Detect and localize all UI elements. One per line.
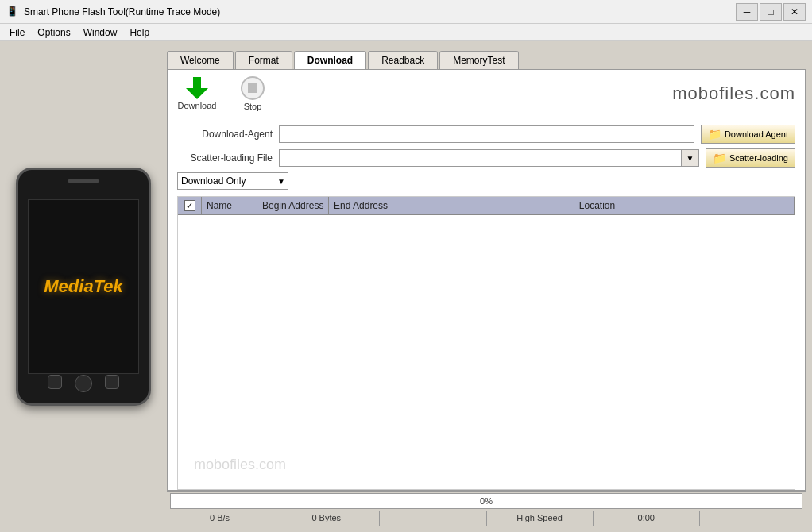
tab-welcome[interactable]: Welcome	[167, 51, 234, 69]
app-icon: 📱	[6, 6, 19, 18]
phone-body: MediaTek	[16, 168, 151, 406]
status-fields: 0 B/s 0 Bytes High Speed 0:00	[167, 511, 806, 526]
th-begin-address: Begin Address	[257, 197, 329, 214]
table-header: Name Begin Address End Address Location	[178, 197, 795, 215]
download-agent-btn-label: Download Agent	[725, 129, 788, 139]
toolbar-brand: mobofiles.com	[672, 83, 795, 104]
menu-window[interactable]: Window	[77, 25, 124, 40]
mode-row: Download Only Firmware Upgrade Custom Do…	[177, 172, 795, 190]
download-agent-input[interactable]	[279, 125, 694, 143]
scatter-dropdown-btn[interactable]: ▼	[682, 149, 699, 167]
phone-menu-button	[105, 375, 119, 389]
main-layout: MediaTek Welcome Format Download Readbac…	[0, 41, 812, 532]
form-section: Download-Agent 📁 Download Agent Scatter-…	[168, 118, 805, 196]
scatter-loading-label: Scatter-loading File	[177, 152, 273, 164]
phone-back-button	[48, 375, 62, 389]
minimize-button[interactable]: ─	[736, 3, 758, 21]
title-bar-left: 📱 Smart Phone Flash Tool(Runtime Trace M…	[6, 6, 220, 18]
status-connection	[380, 511, 486, 526]
download-agent-label: Download-Agent	[177, 129, 273, 140]
phone-home-button	[75, 375, 92, 392]
stop-label: Stop	[244, 102, 262, 111]
th-check	[178, 197, 202, 214]
close-button[interactable]: ✕	[783, 3, 806, 21]
menu-options[interactable]: Options	[31, 25, 76, 40]
stop-icon	[241, 76, 265, 100]
status-mode: High Speed	[487, 511, 594, 526]
tab-memorytest[interactable]: MemoryTest	[439, 51, 518, 69]
content-area: Download Stop mobofiles.com Downl	[167, 69, 806, 491]
status-extra	[700, 511, 806, 526]
download-label: Download	[178, 101, 217, 110]
phone-panel: MediaTek	[0, 41, 167, 532]
phone-speaker	[68, 179, 99, 183]
tab-download[interactable]: Download	[294, 51, 366, 69]
menu-help[interactable]: Help	[123, 25, 156, 40]
download-icon	[186, 77, 208, 99]
th-end-address: End Address	[329, 197, 400, 214]
tab-format[interactable]: Format	[235, 51, 292, 69]
mode-select[interactable]: Download Only Firmware Upgrade Custom Do…	[177, 172, 288, 190]
download-button[interactable]: Download	[177, 77, 217, 110]
scatter-loading-btn-label: Scatter-loading	[729, 153, 788, 163]
table-watermark: mobofiles.com	[194, 457, 286, 473]
window-title: Smart Phone Flash Tool(Runtime Trace Mod…	[24, 6, 220, 17]
scatter-loading-button[interactable]: 📁 Scatter-loading	[706, 148, 795, 168]
title-bar-controls: ─ □ ✕	[736, 3, 806, 21]
maximize-button[interactable]: □	[760, 3, 782, 21]
phone-screen: MediaTek	[28, 199, 139, 374]
stop-button[interactable]: Stop	[233, 76, 273, 111]
tab-readback[interactable]: Readback	[368, 51, 438, 69]
th-location: Location	[400, 197, 795, 214]
select-all-checkbox[interactable]	[184, 200, 195, 211]
table-container: Name Begin Address End Address Location …	[177, 196, 795, 490]
toolbar: Download Stop mobofiles.com	[168, 70, 805, 118]
scatter-loading-input[interactable]	[279, 149, 682, 167]
scatter-loading-row: Scatter-loading File ▼ 📁 Scatter-loading	[177, 148, 795, 168]
folder-icon-scatter: 📁	[713, 152, 726, 164]
menu-bar: File Options Window Help	[0, 24, 812, 41]
phone-brand: MediaTek	[44, 276, 122, 297]
progress-row: 0%	[170, 493, 802, 509]
menu-file[interactable]: File	[3, 25, 31, 40]
folder-icon: 📁	[708, 128, 721, 141]
download-agent-button[interactable]: 📁 Download Agent	[701, 125, 795, 144]
mode-select-wrapper: Download Only Firmware Upgrade Custom Do…	[177, 172, 288, 190]
scatter-input-group: ▼	[279, 149, 699, 167]
th-name: Name	[202, 197, 257, 214]
title-bar: 📱 Smart Phone Flash Tool(Runtime Trace M…	[0, 0, 812, 24]
phone-buttons	[48, 375, 119, 392]
status-time: 0:00	[594, 511, 700, 526]
status-bar: 0% 0 B/s 0 Bytes High Speed 0:00	[167, 491, 806, 526]
tab-bar: Welcome Format Download Readback MemoryT…	[167, 48, 806, 69]
right-panel: Welcome Format Download Readback MemoryT…	[167, 41, 812, 532]
table-body: mobofiles.com	[178, 215, 795, 489]
download-agent-row: Download-Agent 📁 Download Agent	[177, 125, 795, 144]
status-bytes: 0 Bytes	[273, 511, 380, 526]
status-speed: 0 B/s	[167, 511, 273, 526]
progress-label: 0%	[480, 496, 493, 506]
toolbar-left: Download Stop	[177, 76, 273, 111]
